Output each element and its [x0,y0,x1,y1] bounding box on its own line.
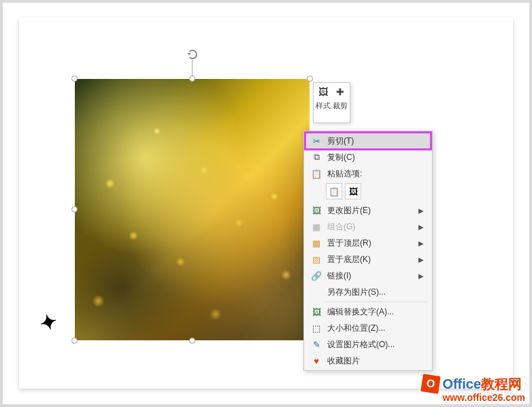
menu-edit-alt-text[interactable]: 🖼 编辑替换文字(A)... [305,304,431,320]
menu-group: ▦ 组合(G) ▶ [305,218,431,235]
copy-icon: ⧉ [310,152,323,163]
style-label: 样式 [316,101,331,111]
submenu-arrow-icon: ▶ [418,240,427,247]
menu-bring-to-front[interactable]: ▩ 置于顶层(R) ▶ [305,235,431,251]
menu-change-picture-label: 更改图片(E) [327,205,418,216]
selected-image[interactable] [75,79,310,340]
mini-toolbar: 🖼 样式 ✚ 裁剪 [313,82,350,123]
crop-icon: ✚ [334,86,346,98]
alt-text-icon: 🖼 [310,307,323,317]
menu-change-picture[interactable]: 🖼 更改图片(E) ▶ [305,202,431,218]
menu-paste-header: 📋 粘贴选项: [305,165,431,182]
bring-front-icon: ▩ [310,238,323,248]
scissors-icon: ✂ [310,136,323,146]
menu-copy-label: 复制(C) [327,152,427,163]
clipboard-icon: 📋 [310,169,323,179]
menu-link[interactable]: 🔗 链接(I) ▶ [305,267,431,284]
menu-send-to-back-label: 置于底层(K) [327,254,418,265]
style-button[interactable]: 🖼 样式 [316,86,331,121]
rotate-handle[interactable] [188,50,197,59]
menu-copy[interactable]: ⧉ 复制(C) [305,149,431,165]
context-menu: ✂ 剪切(T) ⧉ 复制(C) 📋 粘贴选项: 📋 🖼 🖼 更改图片(E) ▶ … [303,131,433,371]
group-icon: ▦ [310,222,323,232]
menu-separator [325,302,428,302]
watermark-url: www.office26.com [442,393,525,403]
crop-button[interactable]: ✚ 裁剪 [333,86,348,121]
menu-favorite-picture-label: 收藏图片 [327,355,427,367]
menu-format-picture-label: 设置图片格式(O)... [327,339,427,351]
paste-option-2[interactable]: 🖼 [345,183,361,199]
menu-save-as-picture-label: 另存为图片(S)... [327,287,427,298]
submenu-arrow-icon: ▶ [418,223,427,231]
link-icon: 🔗 [310,271,323,281]
menu-size-position-label: 大小和位置(Z)... [327,323,427,334]
resize-handle-bm[interactable] [189,338,195,344]
watermark: O Office教程网 www.office26.com [422,375,525,403]
watermark-title: Office教程网 [442,376,522,391]
heart-icon: ♥ [310,356,323,366]
size-position-icon: ⬚ [310,323,323,333]
ink-decoration: ✦ [37,306,69,332]
resize-handle-tr[interactable] [307,76,313,82]
style-icon: 🖼 [317,86,329,98]
paste-options-row: 📋 🖼 [305,182,431,202]
submenu-arrow-icon: ▶ [418,207,427,214]
send-back-icon: ▨ [310,255,323,265]
menu-format-picture[interactable]: ✎ 设置图片格式(O)... [305,336,431,353]
menu-send-to-back[interactable]: ▨ 置于底层(K) ▶ [305,251,431,267]
menu-cut[interactable]: ✂ 剪切(T) [305,133,431,149]
menu-bring-to-front-label: 置于顶层(R) [327,238,418,249]
rotate-stem [192,60,193,76]
resize-handle-bl[interactable] [71,338,78,344]
format-picture-icon: ✎ [310,340,323,350]
crop-label: 裁剪 [333,101,348,111]
menu-edit-alt-text-label: 编辑替换文字(A)... [327,306,427,318]
change-picture-icon: 🖼 [310,206,323,216]
watermark-logo-icon: O [421,374,441,393]
menu-favorite-picture[interactable]: ♥ 收藏图片 [305,353,431,369]
resize-handle-ml[interactable] [71,206,78,212]
document-canvas[interactable]: ✦ 🖼 样式 ✚ 裁剪 ✂ 剪切(T) ⧉ 复制(C) 📋 粘贴选项: [19,18,513,389]
menu-link-label: 链接(I) [327,270,418,282]
paste-option-1[interactable]: 📋 [326,183,342,199]
menu-save-as-picture[interactable]: 另存为图片(S)... [305,284,431,300]
menu-paste-header-label: 粘贴选项: [327,168,427,180]
submenu-arrow-icon: ▶ [418,256,427,263]
submenu-arrow-icon: ▶ [418,272,427,280]
menu-size-position[interactable]: ⬚ 大小和位置(Z)... [305,320,431,336]
resize-handle-tl[interactable] [71,76,78,82]
menu-group-label: 组合(G) [327,221,418,233]
resize-handle-tm[interactable] [189,76,195,82]
menu-cut-label: 剪切(T) [327,135,427,147]
